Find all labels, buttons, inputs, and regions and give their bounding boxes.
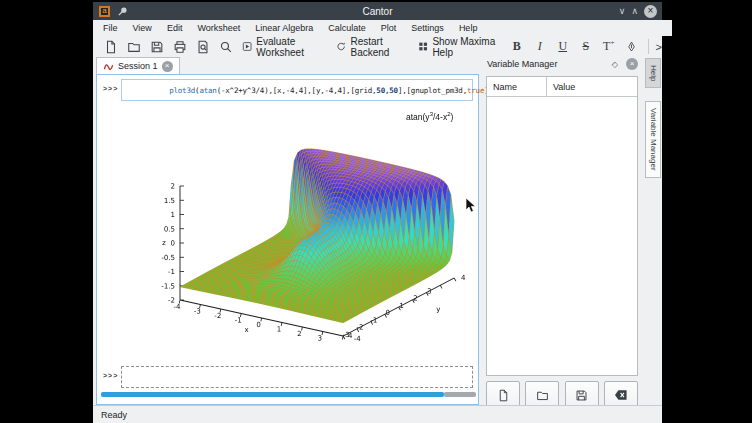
evaluate-label: Evaluate Worksheet [256, 36, 327, 58]
close-dock-icon[interactable]: × [626, 58, 638, 70]
column-name[interactable]: Name [487, 77, 547, 96]
column-value[interactable]: Value [547, 82, 575, 92]
restart-icon [336, 40, 346, 53]
save-icon [575, 389, 588, 402]
italic-icon: I [533, 39, 547, 54]
menu-linear-algebra[interactable]: Linear Algebra [255, 23, 313, 33]
menu-plot[interactable]: Plot [381, 23, 397, 33]
strikethrough-button[interactable]: S [576, 38, 596, 55]
float-dock-icon[interactable]: ◇ [612, 60, 618, 69]
worksheet-view[interactable]: >>> plot3d(atan(-x^2+y^3/4),[x,-4,4],[y,… [96, 74, 479, 405]
variable-manager-title: Variable Manager [487, 59, 557, 69]
superscript-icon: T+ [602, 39, 616, 54]
new-document-icon [104, 40, 118, 54]
command-entry[interactable]: plot3d(atan(-x^2+y^3/4),[x,-4,4],[y,-4,4… [121, 79, 473, 101]
italic-button[interactable]: I [530, 38, 550, 55]
superscript-button[interactable]: T+ [599, 38, 619, 55]
text-color-button[interactable] [622, 39, 641, 54]
window-title: Cantor [93, 6, 662, 17]
toolbar-separator [648, 39, 649, 54]
worksheet-tabbar: Session 1 × [96, 57, 479, 75]
tab-label: Session 1 [118, 61, 158, 71]
open-folder-icon [536, 389, 549, 402]
underline-icon: U [556, 39, 570, 54]
backspace-icon [614, 389, 628, 401]
dock-tab-strip: Help Variable Manager [645, 58, 662, 178]
empty-command-entry[interactable] [121, 366, 473, 388]
restart-backend-button[interactable]: Restart Backend [333, 35, 412, 59]
evaluate-worksheet-button[interactable]: Evaluate Worksheet [239, 35, 330, 59]
status-text: Ready [101, 410, 127, 420]
plot3d-surface-canvas [136, 101, 478, 363]
print-button[interactable] [170, 39, 190, 55]
shade-icon[interactable]: ∨ [619, 7, 626, 16]
menu-file[interactable]: File [103, 23, 118, 33]
tab-session-1[interactable]: Session 1 × [96, 57, 180, 74]
search-button[interactable] [216, 39, 236, 55]
save-button[interactable] [147, 39, 167, 55]
menubar: File View Edit Worksheet Linear Algebra … [93, 20, 672, 36]
menu-worksheet[interactable]: Worksheet [197, 23, 240, 33]
new-worksheet-button[interactable] [101, 39, 121, 55]
statusbar: Ready [93, 405, 662, 423]
open-worksheet-button[interactable] [124, 39, 144, 55]
variable-manager-header: Variable Manager ◇ × [481, 55, 644, 73]
variable-manager-panel: Variable Manager ◇ × Name Value [481, 55, 644, 407]
restart-label: Restart Backend [351, 36, 410, 58]
dock-tab-help[interactable]: Help [645, 58, 661, 88]
maximize-icon[interactable]: ∧ [631, 7, 638, 16]
scrollbar-handle[interactable] [101, 392, 444, 397]
strikethrough-icon: S [579, 39, 593, 54]
variables-table-header: Name Value [487, 77, 637, 97]
titlebar[interactable]: a Cantor ∨ ∧ × [93, 2, 662, 20]
empty-command-prompt: >>> [103, 372, 118, 379]
menu-edit[interactable]: Edit [167, 23, 183, 33]
plot-annotation: atan(y3/4-x2) [406, 111, 453, 122]
search-icon [219, 40, 233, 54]
dock-tab-variable-manager[interactable]: Variable Manager [645, 101, 661, 178]
document-preview-icon [196, 40, 210, 54]
menu-settings[interactable]: Settings [411, 23, 444, 33]
save-icon [150, 40, 164, 54]
menu-view[interactable]: View [133, 23, 152, 33]
print-icon [173, 40, 187, 54]
menu-calculate[interactable]: Calculate [328, 23, 366, 33]
new-document-icon [497, 389, 510, 402]
maxima-help-icon [418, 40, 428, 53]
toolbar: Evaluate Worksheet Restart Backend Show … [93, 36, 670, 57]
bold-button[interactable]: B [507, 38, 527, 55]
evaluate-icon [242, 40, 252, 53]
pen-nib-icon [625, 40, 638, 53]
command-prompt: >>> [103, 85, 118, 92]
bold-icon: B [510, 39, 524, 54]
print-preview-button[interactable] [193, 39, 213, 55]
session-icon [103, 61, 114, 72]
open-folder-icon [127, 40, 141, 54]
toolbar-overflow-chevron[interactable]: > [656, 41, 662, 53]
cantor-window: a Cantor ∨ ∧ × File View Edit Worksheet … [93, 2, 662, 423]
close-tab-icon[interactable]: × [162, 61, 173, 72]
mouse-cursor [465, 197, 477, 214]
menu-help[interactable]: Help [459, 23, 478, 33]
desktop-background: a Cantor ∨ ∧ × File View Edit Worksheet … [0, 0, 752, 423]
command-code: plot3d(atan(-x^2+y^3/4),[x,-4,4],[y,-4,4… [126, 77, 497, 104]
horizontal-scrollbar[interactable] [101, 392, 476, 397]
close-window-button[interactable]: × [644, 5, 657, 18]
variables-table[interactable]: Name Value [486, 76, 638, 376]
underline-button[interactable]: U [553, 38, 573, 55]
